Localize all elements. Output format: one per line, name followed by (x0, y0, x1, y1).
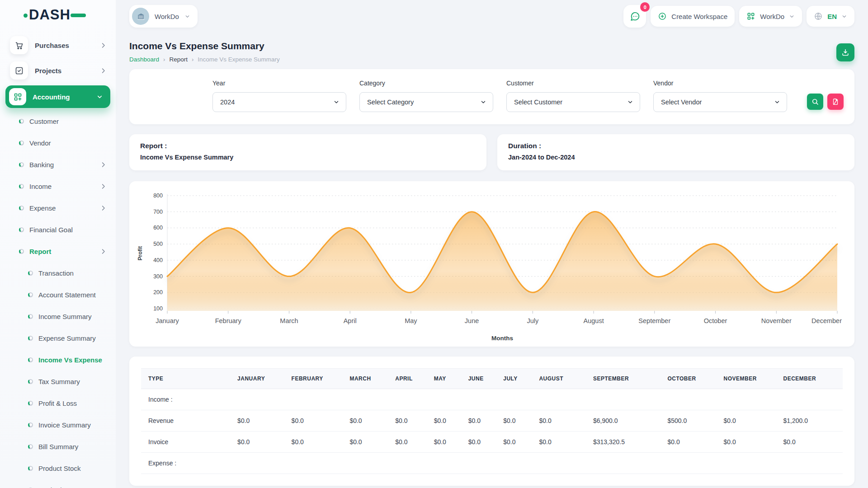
row-value: $0.0 (532, 432, 586, 453)
filter-year: Year 2024 (212, 80, 346, 112)
language-code: EN (827, 13, 837, 20)
duration-label: Duration : (508, 142, 844, 150)
row-value: $0.0 (388, 432, 426, 453)
svg-text:800: 800 (153, 192, 163, 199)
column-header: JULY (496, 369, 532, 389)
bullet-ring-icon (28, 292, 33, 297)
chevron-right-icon (100, 42, 107, 49)
sidebar-item-transaction[interactable]: Transaction (0, 262, 116, 284)
row-value: $0.0 (427, 432, 461, 453)
report-label: Report : (140, 142, 476, 150)
sidebar-item-income-vs-expense[interactable]: Income Vs Expense (0, 349, 116, 371)
row-value: $0.0 (660, 432, 716, 453)
bullet-ring-icon (19, 206, 24, 211)
breadcrumb-separator: › (163, 56, 165, 63)
bullet-ring-icon (19, 119, 24, 124)
row-type: Revenue (141, 410, 230, 432)
sidebar-item-tax-summary[interactable]: Tax Summary (0, 371, 116, 392)
sidebar-item-product-stock[interactable]: Product Stock (0, 457, 116, 479)
bullet-ring-icon (28, 444, 33, 449)
sidebar-item-cash-flow[interactable]: Cash Flow (0, 479, 116, 488)
sidebar-item-profit-loss[interactable]: Profit & Loss (0, 392, 116, 414)
sidebar-item-banking[interactable]: Banking (0, 154, 116, 175)
category-label: Category (359, 80, 493, 87)
topbar: WorkDo 0 Create Workspace WorkDo EN (116, 0, 868, 33)
sidebar-item-purchases[interactable]: Purchases (0, 33, 116, 58)
row-value: $6,900.0 (586, 410, 660, 432)
bullet-ring-icon (28, 379, 33, 384)
customer-label: Customer (506, 80, 640, 87)
check-square-icon (10, 61, 28, 80)
sidebar-item-projects[interactable]: Projects (0, 58, 116, 83)
report-value: Income Vs Expense Summary (140, 154, 476, 161)
svg-text:December: December (811, 317, 842, 324)
apply-filter-button[interactable] (807, 94, 823, 110)
sidebar-item-bill-summary[interactable]: Bill Summary (0, 436, 116, 457)
sidebar-item-invoice-summary[interactable]: Invoice Summary (0, 414, 116, 436)
chevron-down-icon (774, 99, 780, 105)
svg-text:Months: Months (491, 335, 513, 342)
svg-text:August: August (584, 317, 604, 324)
sidebar-item-expense[interactable]: Expense (0, 197, 116, 219)
bullet-ring-icon (28, 466, 33, 471)
svg-text:November: November (761, 317, 792, 324)
svg-text:October: October (704, 317, 727, 324)
row-value: $0.0 (461, 432, 496, 453)
svg-text:June: June (465, 317, 479, 324)
section-heading: Expense : (141, 453, 843, 474)
sidebar-item-report[interactable]: Report (0, 240, 116, 262)
chevron-down-icon (96, 94, 103, 100)
sidebar-item-customer[interactable]: Customer (0, 110, 116, 132)
chevron-down-icon (333, 99, 340, 105)
reset-filter-button[interactable] (827, 94, 844, 110)
bullet-ring-icon (28, 314, 33, 319)
breadcrumb-item[interactable]: Dashboard (129, 56, 159, 63)
row-value: $0.0 (717, 410, 776, 432)
customer-select[interactable]: Select Customer (506, 92, 640, 112)
svg-text:July: July (527, 317, 539, 324)
create-workspace-button[interactable]: Create Workspace (651, 6, 735, 27)
column-header: JANUARY (230, 369, 284, 389)
year-select[interactable]: 2024 (212, 92, 346, 112)
messages-button[interactable]: 0 (623, 5, 646, 28)
messages-count-badge: 0 (640, 2, 650, 12)
income-expense-table: TYPEJANUARYFEBRUARYMARCHAPRILMAYJUNEJULY… (141, 368, 843, 474)
svg-text:Profit: Profit (137, 246, 143, 260)
sidebar-item-accounting[interactable]: Accounting (5, 85, 110, 108)
profit-area-chart: 100200300400500600700800 JanuaryFebruary… (135, 188, 850, 346)
breadcrumb-item[interactable]: Report (169, 56, 188, 63)
report-info-card: Report : Income Vs Expense Summary (129, 134, 486, 170)
clear-file-icon (831, 98, 840, 106)
sidebar-item-vendor[interactable]: Vendor (0, 132, 116, 154)
table-row: Invoice$0.0$0.0$0.0$0.0$0.0$0.0$0.0$0.0$… (141, 432, 843, 453)
sidebar-item-income-summary[interactable]: Income Summary (0, 305, 116, 327)
search-icon (811, 98, 819, 106)
language-selector[interactable]: EN (807, 6, 854, 27)
plus-circle-icon (658, 12, 667, 21)
vendor-select[interactable]: Select Vendor (653, 92, 787, 112)
category-select[interactable]: Select Category (359, 92, 493, 112)
sidebar-item-account-statement[interactable]: Account Statement (0, 284, 116, 305)
row-value: $0.0 (284, 410, 343, 432)
workdo-menu-button[interactable]: WorkDo (739, 6, 802, 27)
filter-vendor: Vendor Select Vendor (653, 80, 787, 112)
column-header: JUNE (461, 369, 496, 389)
download-report-button[interactable] (836, 43, 854, 61)
sidebar-item-expense-summary[interactable]: Expense Summary (0, 327, 116, 349)
row-value: $500.0 (660, 410, 716, 432)
sidebar-nav: Purchases Projects Accounting Customer V… (0, 30, 116, 488)
row-value: $0.0 (342, 432, 388, 453)
sidebar-item-financial-goal[interactable]: Financial Goal (0, 219, 116, 240)
sidebar-item-income[interactable]: Income (0, 175, 116, 197)
app-logo[interactable]: DASH (0, 0, 116, 30)
vendor-label: Vendor (653, 80, 787, 87)
svg-text:February: February (215, 317, 242, 324)
row-value: $0.0 (496, 410, 532, 432)
workspace-avatar (132, 8, 149, 25)
sidebar: DASH Purchases Projects Accounting Custo… (0, 0, 116, 488)
cart-icon (10, 36, 28, 54)
filter-customer: Customer Select Customer (506, 80, 640, 112)
chevron-right-icon (100, 183, 107, 190)
workspace-switcher[interactable]: WorkDo (129, 5, 198, 28)
svg-text:500: 500 (153, 241, 163, 247)
